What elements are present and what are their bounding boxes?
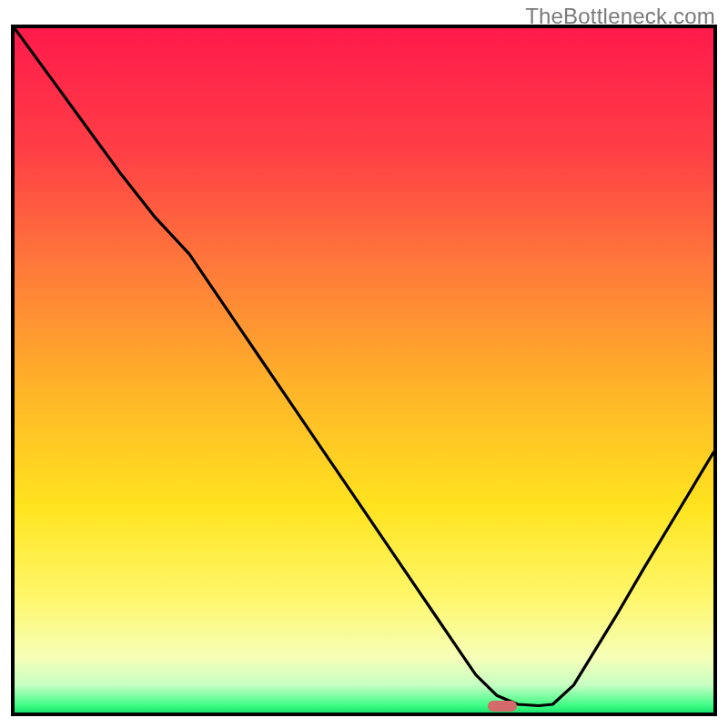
optimal-marker — [488, 701, 517, 712]
bottleneck-curve — [15, 28, 713, 713]
plot-area — [11, 25, 717, 716]
watermark-text: TheBottleneck.com — [525, 4, 715, 29]
chart-container: TheBottleneck.com — [0, 0, 728, 728]
